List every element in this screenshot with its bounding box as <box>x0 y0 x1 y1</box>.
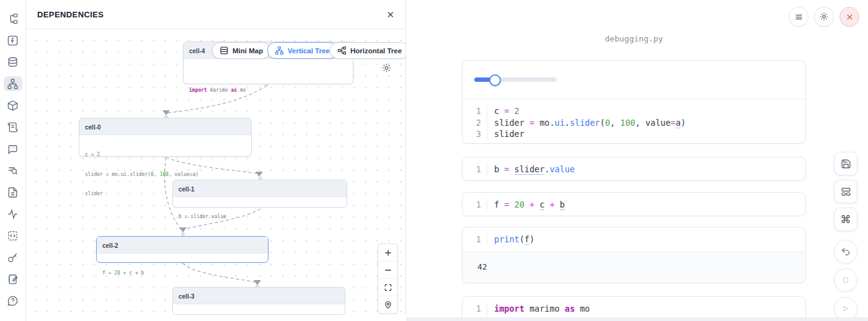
command-palette-button[interactable]: ⌘ <box>834 208 857 231</box>
graph-node-cell-3[interactable]: cell-3 print(f) <box>172 287 345 315</box>
node-code-line: f = 20 + c + b <box>102 270 262 277</box>
sidebar-item-packages[interactable] <box>4 98 22 113</box>
file-tree-icon <box>7 13 19 25</box>
horizontal-tree-button[interactable]: Horizontal Tree <box>330 42 405 59</box>
notebook-settings-button[interactable] <box>814 7 834 27</box>
code-line: slider <box>487 128 525 140</box>
dependencies-panel-header: DEPENDENCIES ✕ <box>26 0 405 29</box>
marimo-app: DEPENDENCIES ✕ <box>0 0 868 321</box>
line-number: 1 <box>463 105 487 117</box>
close-icon <box>846 13 854 21</box>
sidebar-item-help[interactable] <box>4 293 22 308</box>
graph-zoom-controls <box>378 244 398 314</box>
database-icon <box>7 56 19 68</box>
graph-node-cell-2[interactable]: cell-2 f = 20 + c + b <box>96 236 268 263</box>
sidebar-item-scratchpad[interactable] <box>4 271 22 286</box>
help-icon <box>7 295 19 307</box>
node-code-line: import marimo as mo <box>189 84 347 96</box>
notebook-cell-f[interactable]: 1f = 20 + c + b <box>462 192 806 216</box>
stop-icon <box>841 276 850 284</box>
code-line: import marimo as mo <box>487 303 590 315</box>
node-title: cell-0 <box>85 124 101 131</box>
sidebar-item-outline-search[interactable] <box>4 163 22 178</box>
slider-handle[interactable] <box>489 74 501 86</box>
zoom-out-icon[interactable] <box>378 262 397 279</box>
notebook-area: debugging.py 1c = 2 2slider = mo.ui.slid… <box>406 0 868 321</box>
sidebar-item-snippets[interactable] <box>4 228 22 243</box>
code-line: slider = mo.ui.slider(0, 100, value=a) <box>487 117 686 129</box>
scratchpad-icon <box>7 273 19 285</box>
notebook-cell-slider[interactable]: 1c = 2 2slider = mo.ui.slider(0, 100, va… <box>462 60 806 144</box>
dependency-graph-canvas[interactable]: cell-4 import marimo as mo a = 20 cell-0… <box>26 29 405 315</box>
sidebar-item-variables[interactable] <box>4 33 22 48</box>
line-number: 1 <box>463 303 487 315</box>
scroll-icon <box>7 121 19 133</box>
node-title: cell-4 <box>189 48 205 55</box>
sidebar-item-chat[interactable] <box>4 141 22 156</box>
gear-icon <box>819 12 829 22</box>
mini-map-button[interactable]: Mini Map <box>212 42 270 59</box>
cell-output: 42 <box>463 252 805 284</box>
sidebar-item-file-tree[interactable] <box>4 11 22 26</box>
code-editor[interactable]: 1f = 20 + c + b <box>463 193 805 216</box>
document-icon <box>7 187 19 198</box>
vertical-tree-button[interactable]: Vertical Tree <box>267 42 337 59</box>
graph-node-cell-1[interactable]: cell-1 b = slider.value <box>172 180 347 208</box>
save-button[interactable] <box>834 152 857 175</box>
fit-view-icon[interactable] <box>378 279 397 296</box>
sidebar-item-secrets[interactable] <box>4 250 22 265</box>
dependencies-panel: DEPENDENCIES ✕ <box>26 0 406 315</box>
top-actions <box>789 7 859 27</box>
notebook-cell-print[interactable]: 1print(f) 42 <box>462 227 806 283</box>
sidebar-item-logs[interactable] <box>4 120 22 134</box>
node-code-line: c = 2 <box>85 152 246 159</box>
slider-widget[interactable] <box>474 77 557 82</box>
code-editor[interactable]: 1c = 2 2slider = mo.ui.slider(0, 100, va… <box>463 99 805 144</box>
pin-icon[interactable] <box>378 296 397 313</box>
line-number: 1 <box>463 199 487 211</box>
code-line: c = 2 <box>487 105 520 117</box>
mini-map-icon <box>219 46 229 55</box>
activity-icon <box>7 208 19 220</box>
sidebar-item-documentation[interactable] <box>4 185 22 200</box>
command-icon: ⌘ <box>841 213 851 226</box>
key-icon <box>7 252 19 263</box>
snippet-icon <box>7 230 19 242</box>
sidebar <box>0 0 26 321</box>
line-number: 2 <box>463 117 487 129</box>
zoom-in-icon[interactable] <box>378 244 397 262</box>
code-line: print(f) <box>487 234 534 245</box>
graph-settings-gear-icon[interactable] <box>381 63 392 73</box>
notebook-cell-b[interactable]: 1b = slider.value <box>462 157 806 181</box>
function-square-icon <box>7 35 19 46</box>
shutdown-button[interactable] <box>839 7 859 27</box>
graph-node-cell-0[interactable]: cell-0 c = 2 slider = mo.ui.slider(0, 10… <box>79 118 252 157</box>
layout-toggle-button[interactable] <box>834 180 857 203</box>
node-code-line: b = slider.value <box>179 214 341 221</box>
stop-button[interactable] <box>834 268 857 292</box>
line-number: 1 <box>463 164 487 175</box>
line-number: 3 <box>463 128 487 140</box>
sidebar-item-dependencies[interactable] <box>4 76 22 91</box>
panel-title: DEPENDENCIES <box>37 10 104 19</box>
node-title: cell-3 <box>179 293 195 300</box>
dependency-graph-icon <box>7 78 19 90</box>
run-icon <box>841 304 850 313</box>
node-code-line: slider = mo.ui.slider(0, 100, value=a) <box>85 172 246 178</box>
close-panel-icon[interactable]: ✕ <box>386 10 394 19</box>
code-editor[interactable]: 1print(f) <box>463 227 805 252</box>
layout-icon <box>841 187 851 197</box>
undo-button[interactable] <box>834 240 857 263</box>
save-icon <box>841 159 851 169</box>
sidebar-item-tracing[interactable] <box>4 206 22 221</box>
notebook-menu-button[interactable] <box>789 7 808 27</box>
sidebar-item-datasources[interactable] <box>4 55 22 69</box>
menu-icon <box>794 12 804 22</box>
node-title: cell-2 <box>102 242 118 249</box>
notebook-filename[interactable]: debugging.py <box>462 34 806 43</box>
code-editor[interactable]: 1b = slider.value <box>463 157 805 181</box>
line-number: 1 <box>463 234 487 245</box>
undo-icon <box>841 247 851 257</box>
bottom-divider <box>406 317 868 321</box>
horizontal-tree-icon <box>337 46 347 55</box>
